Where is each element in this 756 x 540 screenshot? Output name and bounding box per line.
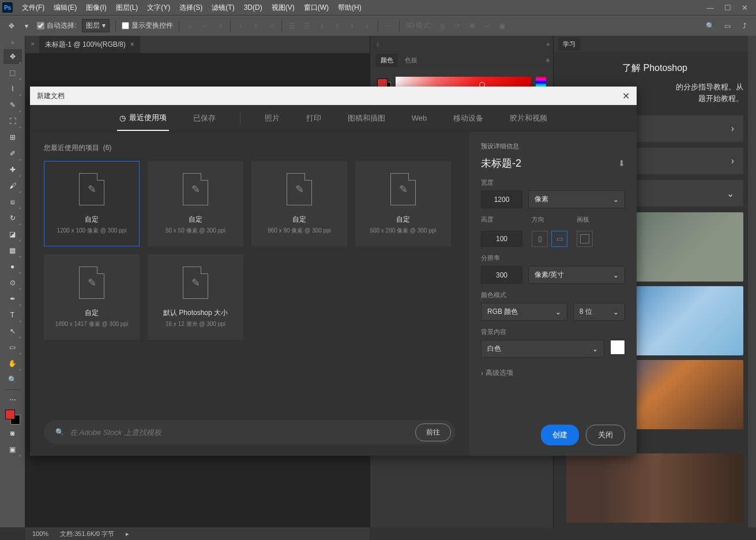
marquee-tool[interactable]: ⬚: [3, 65, 22, 80]
document-tab[interactable]: 未标题-1 @ 100%(RGB/8) ×: [39, 36, 140, 53]
orientation-landscape[interactable]: ▭: [551, 231, 567, 247]
menu-image[interactable]: 图像(I): [81, 3, 111, 13]
menu-help[interactable]: 帮助(H): [333, 3, 366, 13]
preset-item[interactable]: ✎自定1890 x 1417 像素 @ 300 ppi: [44, 254, 140, 340]
adjust-icon[interactable]: ⟊: [376, 41, 379, 47]
crop-tool[interactable]: ⛶: [3, 114, 22, 129]
align-hcenter-icon[interactable]: ⊧: [251, 21, 261, 31]
maximize-icon[interactable]: ☐: [724, 3, 731, 12]
hand-tool[interactable]: ✋: [3, 356, 22, 371]
swatches-tab[interactable]: 色板: [400, 54, 422, 67]
download-icon[interactable]: ⬇: [618, 159, 625, 168]
quick-select-tool[interactable]: ✎: [3, 97, 22, 112]
height-input[interactable]: [481, 231, 522, 247]
tab-film[interactable]: 胶片和视频: [507, 106, 550, 130]
tab-print[interactable]: 打印: [304, 106, 324, 130]
menu-view[interactable]: 视图(V): [267, 3, 299, 13]
minimize-icon[interactable]: —: [706, 3, 714, 12]
expand-tools-icon[interactable]: »: [11, 39, 14, 46]
preset-item[interactable]: ✎自定50 x 50 像素 @ 300 ppi: [148, 161, 243, 246]
3d-roll-icon[interactable]: ⟳: [453, 21, 462, 31]
distribute-3-icon[interactable]: ⦀: [318, 21, 327, 31]
tab-art[interactable]: 图稿和插图: [345, 106, 388, 130]
brush-tool[interactable]: 🖌: [3, 178, 22, 193]
distribute-v-icon[interactable]: ☷: [303, 21, 312, 31]
menu-filter[interactable]: 滤镜(T): [207, 3, 239, 13]
stock-search-input[interactable]: [70, 428, 409, 437]
width-unit-select[interactable]: 像素⌄: [528, 190, 625, 208]
info-chevron-icon[interactable]: ▸: [126, 530, 129, 538]
color-swatches[interactable]: [5, 410, 20, 425]
more-icon[interactable]: ⋯: [384, 21, 393, 31]
distribute-4-icon[interactable]: ⦀: [333, 21, 342, 31]
lasso-tool[interactable]: ⌇: [3, 81, 22, 96]
width-input[interactable]: [481, 190, 522, 208]
align-left-icon[interactable]: ⊦: [236, 21, 246, 31]
dodge-tool[interactable]: ⊙: [3, 275, 22, 290]
share-icon[interactable]: ⤴: [740, 21, 749, 31]
menu-window[interactable]: 窗口(W): [299, 3, 333, 13]
type-tool[interactable]: T: [3, 308, 22, 322]
layer-select[interactable]: 图层 ▾: [82, 19, 109, 32]
tab-overflow-icon[interactable]: »: [31, 40, 35, 47]
mask-mode[interactable]: ◙: [3, 426, 22, 441]
show-transform-checkbox[interactable]: 显示变换控件: [122, 21, 173, 31]
tab-recent[interactable]: ◷最近使用项: [117, 106, 169, 131]
3d-slide-icon[interactable]: ↔: [483, 21, 492, 31]
advanced-options-toggle[interactable]: ›高级选项: [481, 368, 625, 378]
resolution-unit-select[interactable]: 像素/英寸⌄: [528, 266, 625, 284]
tab-mobile[interactable]: 移动设备: [451, 106, 486, 130]
shape-tool[interactable]: ▭: [3, 340, 22, 355]
align-right-icon[interactable]: ⊣: [266, 21, 276, 31]
align-vcenter-icon[interactable]: ⫟: [200, 21, 209, 31]
close-icon[interactable]: ×: [130, 40, 134, 48]
menu-3d[interactable]: 3D(D): [239, 3, 267, 12]
workspace-icon[interactable]: ▭: [723, 21, 732, 31]
tab-saved[interactable]: 已保存: [191, 106, 218, 130]
search-icon[interactable]: 🔍: [705, 21, 714, 31]
zoom-level[interactable]: 100%: [32, 530, 48, 537]
color-tab[interactable]: 颜色: [376, 54, 398, 67]
background-select[interactable]: 白色⌄: [481, 340, 604, 358]
preset-item[interactable]: ✎自定960 x 90 像素 @ 300 ppi: [251, 161, 347, 246]
menu-file[interactable]: 文件(F): [17, 3, 49, 13]
align-top-icon[interactable]: ⫠: [185, 21, 194, 31]
tab-web[interactable]: Web: [409, 107, 430, 129]
create-button[interactable]: 创建: [541, 425, 579, 445]
history-brush-tool[interactable]: ↻: [3, 211, 22, 226]
eyedropper-tool[interactable]: ✐: [3, 146, 22, 161]
menu-select[interactable]: 选择(S): [175, 3, 207, 13]
close-button[interactable]: 关闭: [586, 425, 625, 445]
auto-select-checkbox[interactable]: 自动选择:: [37, 21, 76, 31]
preset-item[interactable]: ✎自定1200 x 100 像素 @ 300 ppi: [44, 161, 140, 246]
distribute-5-icon[interactable]: ⦀: [348, 21, 357, 31]
gradient-tool[interactable]: ▦: [3, 243, 22, 258]
artboard-checkbox[interactable]: [577, 231, 593, 247]
tab-photo[interactable]: 照片: [262, 106, 282, 130]
scrollbar[interactable]: [748, 36, 756, 527]
move-tool[interactable]: ✥: [3, 49, 22, 64]
close-window-icon[interactable]: ✕: [742, 3, 748, 12]
menu-layer[interactable]: 图层(L): [111, 3, 143, 13]
preset-item[interactable]: ✎自定500 x 280 像素 @ 300 ppi: [355, 161, 451, 246]
zoom-tool[interactable]: 🔍: [3, 372, 22, 387]
frame-tool[interactable]: ⊞: [3, 130, 22, 145]
chevron-down-icon[interactable]: ▾: [22, 21, 31, 31]
collapse-left-icon[interactable]: «: [546, 41, 550, 47]
menu-type[interactable]: 文字(Y): [142, 3, 175, 13]
resolution-input[interactable]: [481, 266, 522, 284]
distribute-h-icon[interactable]: ☰: [288, 21, 297, 31]
healing-tool[interactable]: ✚: [3, 162, 22, 177]
background-color-chip[interactable]: [610, 340, 625, 355]
stock-go-button[interactable]: 前往: [415, 423, 451, 441]
panel-menu-icon[interactable]: ≡: [546, 57, 550, 63]
3d-orbit-icon[interactable]: ◎: [438, 21, 447, 31]
orientation-portrait[interactable]: ▯: [532, 231, 548, 247]
preset-name-input[interactable]: 未标题-2: [481, 156, 521, 170]
eraser-tool[interactable]: ◪: [3, 227, 22, 242]
tutorial-thumbnail[interactable]: [566, 453, 743, 523]
3d-camera-icon[interactable]: ▣: [498, 21, 507, 31]
pen-tool[interactable]: ✒: [3, 291, 22, 306]
preset-item[interactable]: ✎默认 Photoshop 大小16 x 12 厘米 @ 300 ppi: [148, 254, 243, 340]
learn-tab[interactable]: 学习: [558, 38, 580, 51]
